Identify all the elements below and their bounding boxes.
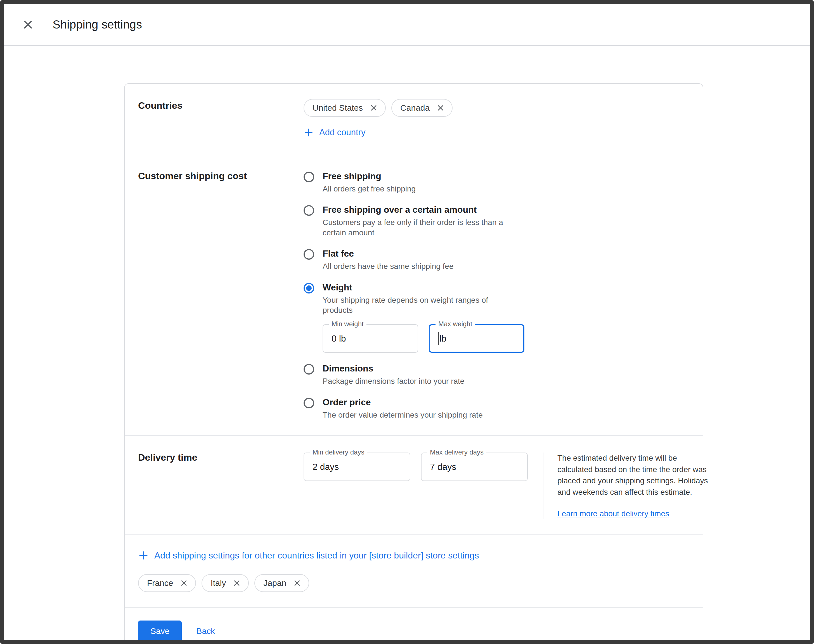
footer-actions: Save Back bbox=[125, 608, 703, 644]
radio-button[interactable] bbox=[304, 205, 314, 216]
chip-label: Japan bbox=[263, 578, 286, 588]
page-title: Shipping settings bbox=[52, 18, 142, 31]
delivery-fields: Min delivery days 2 days Max delivery da… bbox=[304, 452, 528, 519]
shipping-cost-section: Customer shipping cost Free shipping All… bbox=[125, 154, 703, 436]
radio-option-flat-fee[interactable]: Flat fee All orders have the same shippi… bbox=[304, 248, 689, 271]
max-delivery-days-label: Max delivery days bbox=[427, 448, 486, 456]
other-countries-section: Add shipping settings for other countrie… bbox=[125, 535, 703, 608]
settings-card: Countries United States Canada bbox=[124, 83, 703, 644]
other-country-chip-row: France Italy bbox=[138, 574, 689, 592]
delivery-time-label: Delivery time bbox=[138, 451, 304, 519]
min-weight-field-value: 0 lb bbox=[331, 333, 346, 344]
option-title: Weight bbox=[323, 282, 524, 293]
shipping-cost-options: Free shipping All orders get free shippi… bbox=[304, 169, 689, 420]
option-title: Free shipping bbox=[323, 171, 415, 181]
chip-label: Italy bbox=[210, 578, 226, 588]
country-chip-france: France bbox=[138, 574, 196, 592]
radio-option-order-price[interactable]: Order price The order value determines y… bbox=[304, 397, 689, 420]
learn-more-delivery-times-link[interactable]: Learn more about delivery times bbox=[557, 508, 669, 520]
option-description: All orders get free shipping bbox=[323, 184, 415, 194]
radio-option-weight[interactable]: Weight Your shipping rate depends on wei… bbox=[304, 282, 689, 353]
country-chip-row: United States Canada bbox=[304, 99, 689, 117]
country-chip-japan: Japan bbox=[254, 574, 309, 592]
country-chip-united-states: United States bbox=[304, 99, 386, 117]
add-country-button[interactable]: Add country bbox=[304, 127, 365, 138]
chip-remove-icon[interactable] bbox=[233, 579, 241, 587]
add-shipping-settings-label: Add shipping settings for other countrie… bbox=[154, 550, 479, 561]
option-description: The order value determines your shipping… bbox=[323, 410, 483, 420]
plus-icon bbox=[304, 127, 314, 138]
close-button[interactable] bbox=[20, 16, 36, 33]
option-description: Package dimensions factor into your rate bbox=[323, 376, 464, 386]
chip-label: France bbox=[147, 578, 173, 588]
min-delivery-days-field[interactable]: Min delivery days 2 days bbox=[304, 452, 410, 481]
min-weight-field[interactable]: Min weight 0 lb bbox=[323, 324, 418, 353]
radio-option-free-shipping[interactable]: Free shipping All orders get free shippi… bbox=[304, 171, 689, 194]
radio-option-free-over-amount[interactable]: Free shipping over a certain amount Cust… bbox=[304, 205, 689, 238]
radio-button[interactable] bbox=[304, 172, 314, 182]
option-title: Order price bbox=[323, 397, 483, 408]
chip-label: United States bbox=[313, 103, 363, 113]
radio-option-dimensions[interactable]: Dimensions Package dimensions factor int… bbox=[304, 363, 689, 386]
radio-button-selected[interactable] bbox=[304, 283, 314, 293]
weight-fields: Min weight 0 lb Max weight lb bbox=[323, 324, 524, 353]
min-delivery-days-value: 2 days bbox=[313, 462, 339, 472]
chip-remove-icon[interactable] bbox=[293, 579, 301, 587]
save-button[interactable]: Save bbox=[138, 621, 182, 642]
max-weight-field[interactable]: Max weight lb bbox=[429, 324, 524, 353]
country-chip-italy: Italy bbox=[202, 574, 249, 592]
country-chip-canada: Canada bbox=[391, 99, 452, 117]
option-title: Free shipping over a certain amount bbox=[323, 205, 507, 215]
max-weight-field-value: lb bbox=[440, 333, 446, 344]
back-button[interactable]: Back bbox=[196, 626, 215, 636]
text-cursor bbox=[438, 332, 438, 345]
option-description: Your shipping rate depends on weight ran… bbox=[323, 295, 507, 316]
shipping-settings-dialog: Shipping settings Countries United State… bbox=[0, 0, 814, 644]
delivery-time-section: Delivery time Min delivery days 2 days M… bbox=[125, 436, 703, 535]
add-shipping-settings-link[interactable]: Add shipping settings for other countrie… bbox=[138, 550, 689, 561]
shipping-cost-label: Customer shipping cost bbox=[138, 169, 304, 420]
chip-label: Canada bbox=[400, 103, 430, 113]
max-weight-field-label: Max weight bbox=[435, 320, 475, 328]
radio-button[interactable] bbox=[304, 249, 314, 260]
option-title: Flat fee bbox=[323, 248, 454, 259]
delivery-helper-text: The estimated delivery time will be calc… bbox=[557, 452, 710, 498]
min-delivery-days-label: Min delivery days bbox=[310, 448, 367, 456]
max-delivery-days-field[interactable]: Max delivery days 7 days bbox=[421, 452, 528, 481]
countries-label: Countries bbox=[138, 99, 304, 139]
chip-remove-icon[interactable] bbox=[180, 579, 188, 587]
max-delivery-days-value: 7 days bbox=[430, 462, 456, 472]
option-description: Customers pay a fee only if their order … bbox=[323, 218, 507, 238]
option-title: Dimensions bbox=[323, 363, 464, 374]
radio-button[interactable] bbox=[304, 364, 314, 374]
chip-remove-icon[interactable] bbox=[436, 104, 445, 112]
plus-icon bbox=[138, 550, 149, 561]
close-icon bbox=[21, 18, 35, 31]
dialog-header: Shipping settings bbox=[4, 4, 810, 46]
countries-section: Countries United States Canada bbox=[125, 84, 703, 154]
radio-button[interactable] bbox=[304, 398, 314, 408]
option-description: All orders have the same shipping fee bbox=[323, 261, 454, 271]
chip-remove-icon[interactable] bbox=[369, 104, 378, 112]
min-weight-field-label: Min weight bbox=[329, 320, 366, 328]
add-country-label: Add country bbox=[319, 127, 365, 138]
